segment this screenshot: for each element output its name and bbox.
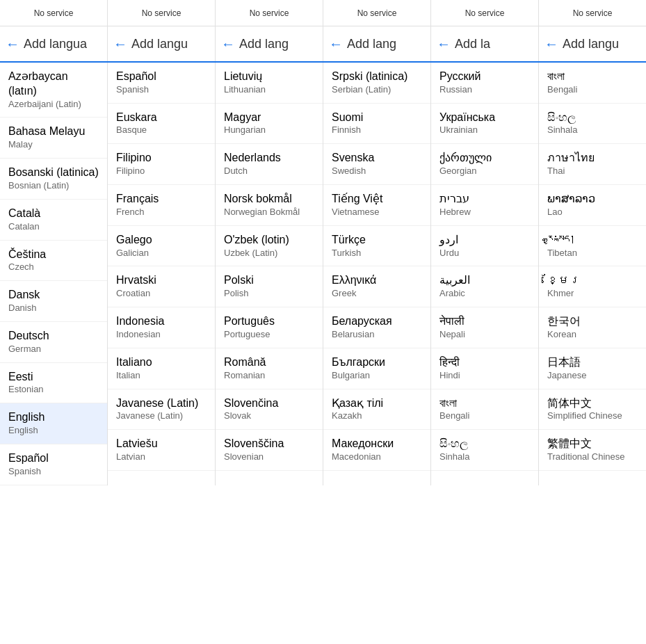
list-column-1: EspañolSpanishEuskaraBasqueFilipinoFilip…	[108, 63, 216, 485]
list-item[interactable]: العربيةArabic	[431, 266, 538, 307]
list-item[interactable]: LatviešuLatvian	[108, 430, 215, 471]
list-item[interactable]: Norsk bokmålNorwegian Bokmål	[216, 185, 323, 226]
lang-native-name: Eesti	[8, 370, 99, 385]
list-item[interactable]: ქართულიGeorgian	[431, 144, 538, 185]
lang-native-name: Bosanski (latinica)	[8, 166, 99, 180]
header-title: Add lang	[347, 37, 396, 51]
lang-native-name: O'zbek (lotin)	[224, 233, 314, 248]
back-arrow[interactable]: ←	[221, 36, 235, 52]
list-item[interactable]: ខ្មែរKhmer	[539, 266, 646, 307]
list-item[interactable]: МакедонскиMacedonian	[323, 430, 430, 471]
list-item[interactable]: বাংলাBengali	[539, 63, 646, 104]
list-item[interactable]: ČeštinaCzech	[0, 241, 107, 282]
list-item[interactable]: Javanese (Latin)Javanese (Latin)	[108, 389, 215, 430]
list-item[interactable]: বাংলাBengali	[431, 389, 538, 430]
lang-native-name: Svenska	[332, 151, 422, 166]
list-item[interactable]: ພາສາລາວLao	[539, 185, 646, 226]
lang-english-name: Spanish	[116, 84, 207, 96]
status-cell-3: No service	[323, 0, 431, 26]
list-item[interactable]: རྒྱ་སྐད།Tibetan	[539, 226, 646, 267]
list-item[interactable]: עבריתHebrew	[431, 185, 538, 226]
list-item[interactable]: සිංහලSinhala	[539, 104, 646, 145]
lang-native-name: 한국어	[547, 314, 638, 329]
status-cell-0: No service	[0, 0, 108, 26]
list-item[interactable]: 繁體中文Traditional Chinese	[539, 430, 646, 471]
list-item[interactable]: SlovenščinaSlovenian	[216, 430, 323, 471]
back-arrow[interactable]: ←	[437, 36, 451, 52]
list-item[interactable]: EestiEstonian	[0, 363, 107, 404]
lang-native-name: Русский	[439, 70, 530, 84]
lang-native-name: हिन्दी	[439, 355, 530, 370]
list-item[interactable]: Tiếng ViệtVietnamese	[323, 185, 430, 226]
lang-english-name: Lao	[547, 207, 638, 218]
list-item[interactable]: 简体中文Simplified Chinese	[539, 389, 646, 430]
lang-native-name: རྒྱ་སྐད།	[547, 233, 638, 248]
list-item[interactable]: Қазақ тіліKazakh	[323, 389, 430, 430]
list-item[interactable]: EuskaraBasque	[108, 104, 215, 145]
list-column-2: LietuviųLithuanianMagyarHungarianNederla…	[216, 63, 323, 485]
lang-native-name: English	[8, 410, 99, 425]
list-item[interactable]: 日本語Japanese	[539, 348, 646, 389]
back-arrow[interactable]: ←	[544, 36, 558, 52]
list-item[interactable]: EspañolSpanish	[0, 444, 107, 485]
list-item[interactable]: සිංහලSinhala	[431, 430, 538, 471]
list-item[interactable]: हिन्दीHindi	[431, 348, 538, 389]
list-item[interactable]: EnglishEnglish	[0, 403, 107, 444]
lang-native-name: Javanese (Latin)	[116, 396, 207, 411]
list-item[interactable]: PortuguêsPortuguese	[216, 307, 323, 348]
lang-english-name: Slovenian	[224, 451, 314, 463]
lang-english-name: Finnish	[332, 124, 422, 136]
list-item[interactable]: اردوUrdu	[431, 226, 538, 267]
list-item[interactable]: PolskiPolish	[216, 266, 323, 307]
lang-native-name: বাংলা	[439, 396, 530, 411]
list-item[interactable]: SlovenčinaSlovak	[216, 389, 323, 430]
list-item[interactable]: ΕλληνικάGreek	[323, 266, 430, 307]
back-arrow[interactable]: ←	[329, 36, 343, 52]
list-item[interactable]: LietuviųLithuanian	[216, 63, 323, 104]
lang-native-name: Slovenčina	[224, 396, 314, 411]
list-item[interactable]: नेपालीNepali	[431, 307, 538, 348]
back-arrow[interactable]: ←	[113, 36, 127, 52]
lang-english-name: Hebrew	[439, 207, 530, 218]
list-item[interactable]: FilipinoFilipino	[108, 144, 215, 185]
list-item[interactable]: FrançaisFrench	[108, 185, 215, 226]
list-item[interactable]: Bosanski (latinica)Bosnian (Latin)	[0, 159, 107, 200]
list-item[interactable]: БългарскиBulgarian	[323, 348, 430, 389]
status-cell-2: No service	[216, 0, 323, 26]
list-item[interactable]: NederlandsDutch	[216, 144, 323, 185]
list-item[interactable]: HrvatskiCroatian	[108, 266, 215, 307]
header-cell-0: ←Add langua	[0, 26, 108, 61]
list-item[interactable]: DanskDanish	[0, 281, 107, 322]
list-item[interactable]: ภาษาไทยThai	[539, 144, 646, 185]
list-item[interactable]: Azərbaycan (latın)Azerbaijani (Latin)	[0, 63, 107, 118]
list-item[interactable]: БеларускаяBelarusian	[323, 307, 430, 348]
list-item[interactable]: Srpski (latinica)Serbian (Latin)	[323, 63, 430, 104]
lang-english-name: Russian	[439, 84, 530, 96]
list-item[interactable]: O'zbek (lotin)Uzbek (Latin)	[216, 226, 323, 267]
list-item[interactable]: РусскийRussian	[431, 63, 538, 104]
list-item[interactable]: Bahasa MelayuMalay	[0, 118, 107, 159]
lang-english-name: Arabic	[439, 288, 530, 300]
list-item[interactable]: 한국어Korean	[539, 307, 646, 348]
lang-native-name: Беларуская	[332, 314, 422, 329]
lang-english-name: Turkish	[332, 248, 422, 259]
list-item[interactable]: SuomiFinnish	[323, 104, 430, 145]
lang-english-name: English	[8, 425, 99, 437]
lang-english-name: Belarusian	[332, 329, 422, 341]
list-item[interactable]: SvenskaSwedish	[323, 144, 430, 185]
list-item[interactable]: IndonesiaIndonesian	[108, 307, 215, 348]
list-item[interactable]: УкраїнськаUkrainian	[431, 104, 538, 145]
list-item[interactable]: DeutschGerman	[0, 322, 107, 363]
list-item[interactable]: GalegoGalician	[108, 226, 215, 267]
list-item[interactable]: RomânăRomanian	[216, 348, 323, 389]
list-item[interactable]: CatalàCatalan	[0, 200, 107, 241]
list-item[interactable]: TürkçeTurkish	[323, 226, 430, 267]
back-arrow[interactable]: ←	[6, 36, 19, 52]
list-item[interactable]: MagyarHungarian	[216, 104, 323, 145]
header-cell-5: ←Add langu	[539, 26, 646, 61]
list-column-0: Azərbaycan (latın)Azerbaijani (Latin)Bah…	[0, 63, 108, 485]
list-item[interactable]: EspañolSpanish	[108, 63, 215, 104]
lang-native-name: Français	[116, 192, 207, 207]
list-item[interactable]: ItalianoItalian	[108, 348, 215, 389]
lang-native-name: සිංහල	[547, 111, 638, 125]
